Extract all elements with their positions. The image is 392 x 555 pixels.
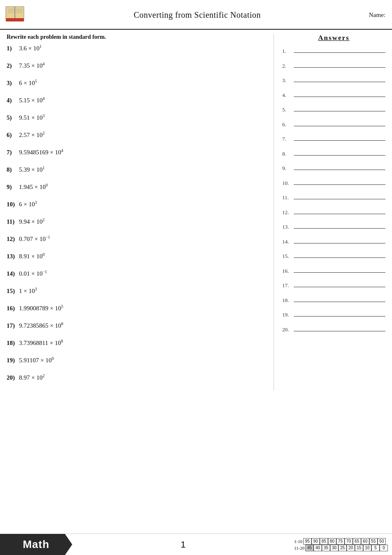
problem-expression: 1.945 × 100 [19, 182, 48, 191]
answer-blank[interactable] [294, 120, 385, 126]
problem-number: 8) [7, 165, 19, 174]
problem-number: 4) [7, 96, 19, 105]
answer-blank[interactable] [294, 179, 385, 185]
problem-expression: 8.97 × 102 [19, 373, 45, 382]
answer-blank[interactable] [294, 150, 385, 156]
answer-number: 2. [282, 63, 294, 69]
answer-blank[interactable] [294, 76, 385, 82]
score-cell: 0 [380, 545, 388, 551]
problem-item: 8)5.39 × 101 [7, 165, 265, 174]
svg-rect-3 [6, 18, 24, 21]
problem-expression: 5.91107 × 100 [19, 356, 54, 365]
problem-item: 6)2.57 × 102 [7, 130, 265, 139]
problem-item: 2)7.35 × 104 [7, 61, 265, 70]
problems-column: Rewrite each problem in standard form. 1… [7, 34, 274, 390]
answer-number: 10. [282, 180, 294, 187]
problem-expression: 9.72385865 × 108 [19, 321, 63, 330]
answer-blank[interactable] [294, 296, 385, 302]
problem-item: 9)1.945 × 100 [7, 182, 265, 191]
answer-line: 7. [282, 135, 385, 142]
main-area: Rewrite each problem in standard form. 1… [0, 30, 392, 390]
score-cell: 35 [322, 545, 330, 551]
problem-number: 6) [7, 131, 19, 139]
problem-item: 14)0.01 × 10−1 [7, 269, 265, 278]
score-cell: 75 [336, 538, 345, 545]
answer-blank[interactable] [294, 135, 385, 141]
answer-blank[interactable] [294, 311, 385, 316]
problem-number: 9) [7, 183, 19, 191]
svg-rect-1 [15, 7, 24, 19]
score-cell: 45 [305, 545, 314, 551]
problem-number: 10) [7, 200, 19, 209]
problem-item: 11)9.94 × 102 [7, 217, 265, 226]
answer-number: 5. [282, 106, 294, 113]
answer-blank[interactable] [294, 267, 385, 273]
problem-item: 4)5.15 × 104 [7, 96, 265, 105]
logo-icon [4, 4, 26, 26]
score-cell: 80 [328, 538, 336, 545]
problem-item: 19)5.91107 × 100 [7, 356, 265, 365]
answer-number: 6. [282, 121, 294, 128]
answer-blank[interactable] [294, 223, 385, 229]
answer-number: 8. [282, 151, 294, 157]
problem-number: 14) [7, 269, 19, 278]
score-cell: 85 [320, 538, 328, 545]
answer-blank[interactable] [294, 326, 385, 331]
answer-line: 3. [282, 76, 385, 84]
answer-number: 18. [282, 297, 294, 304]
answer-blank[interactable] [294, 252, 385, 258]
answer-blank[interactable] [294, 62, 385, 68]
answer-line: 2. [282, 62, 385, 69]
answer-number: 16. [282, 268, 294, 274]
problem-expression: 6 × 105 [19, 78, 37, 87]
score-cell: 50 [378, 538, 386, 545]
problem-item: 17)9.72385865 × 108 [7, 321, 265, 330]
problem-item: 5)9.51 × 103 [7, 113, 265, 122]
answer-line: 20. [282, 326, 385, 333]
answer-number: 9. [282, 165, 294, 172]
answer-blank[interactable] [294, 106, 385, 111]
answer-blank[interactable] [294, 238, 385, 243]
problem-item: 10)6 × 103 [7, 200, 265, 209]
problem-number: 2) [7, 61, 19, 70]
answer-number: 19. [282, 312, 294, 318]
problem-number: 20) [7, 373, 19, 382]
answer-line: 1. [282, 47, 385, 54]
answer-blank[interactable] [294, 194, 385, 199]
svg-rect-0 [6, 7, 15, 19]
problem-number: 15) [7, 287, 19, 295]
score-cell: 65 [353, 538, 361, 545]
answer-line: 8. [282, 150, 385, 157]
answer-line: 10. [282, 179, 385, 187]
answer-blank[interactable] [294, 281, 385, 287]
answer-line: 11. [282, 194, 385, 201]
problem-number: 7) [7, 148, 19, 157]
answer-number: 12. [282, 209, 294, 216]
problem-expression: 7.35 × 104 [19, 61, 45, 70]
score-cell: 15 [355, 545, 363, 551]
answer-number: 14. [282, 239, 294, 245]
problem-expression: 1.99008789 × 105 [19, 304, 63, 313]
answer-line: 6. [282, 120, 385, 128]
answer-blank[interactable] [294, 47, 385, 53]
problem-item: 13)8.91 × 100 [7, 252, 265, 261]
problem-item: 16)1.99008789 × 105 [7, 304, 265, 313]
problem-item: 3)6 × 105 [7, 78, 265, 87]
score-cell: 30 [330, 545, 338, 551]
header-title: Converting from Scientific Notation [31, 10, 364, 20]
answer-line: 14. [282, 238, 385, 245]
score-table: 1-109590858075706560555011-2045403530252… [294, 534, 392, 555]
answers-column: Answers 1.2.3.4.5.6.7.8.9.10.11.12.13.14… [274, 34, 385, 390]
answer-line: 17. [282, 281, 385, 289]
answers-title: Answers [282, 34, 385, 42]
answer-line: 9. [282, 164, 385, 172]
answer-blank[interactable] [294, 164, 385, 170]
problem-expression: 5.39 × 101 [19, 165, 45, 174]
page-number: 1 [72, 534, 294, 555]
answer-line: 4. [282, 91, 385, 99]
problem-expression: 9.94 × 102 [19, 217, 45, 226]
answer-blank[interactable] [294, 91, 385, 97]
answer-number: 7. [282, 136, 294, 142]
problem-expression: 5.15 × 104 [19, 96, 45, 105]
answer-blank[interactable] [294, 208, 385, 214]
